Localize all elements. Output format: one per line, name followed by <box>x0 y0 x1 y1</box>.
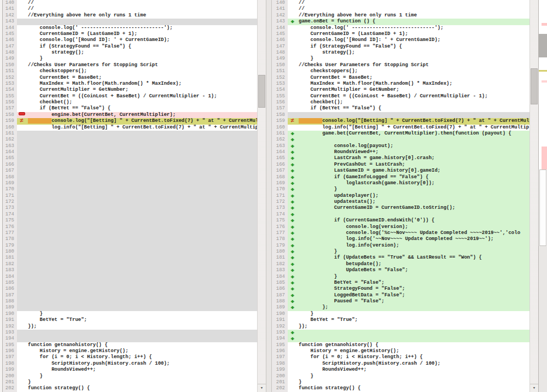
overview-viewport-indicator[interactable] <box>539 169 546 246</box>
code-line-body: CurrentGameID = (LastGameID + 1); <box>288 31 529 37</box>
code-line-body: console.log(' --------------------------… <box>17 25 257 31</box>
code-text: } <box>299 249 337 254</box>
overview-current-diff-mark[interactable] <box>539 34 547 57</box>
line-number: 183 <box>272 267 288 273</box>
code-line: 146 console.log('[Round ID]: ' + Current… <box>3 37 257 43</box>
code-line-body: ScriptHistory.push(History.crash / 100); <box>17 361 257 367</box>
code-line: 164✚ RoundsViewed++; <box>272 149 529 155</box>
line-number: 161 <box>3 131 17 137</box>
code-line-body: ✚ if (UpdateBets == "True" && LastResult… <box>288 255 529 261</box>
code-line-body: RoundsViewed++; <box>17 367 257 373</box>
code-line: 193✚ <box>272 330 529 336</box>
code-line-body <box>17 249 257 255</box>
line-number: 173 <box>272 205 288 211</box>
code-text: //Everything above here only runs 1 time <box>299 13 417 18</box>
code-line: 140// <box>3 0 257 6</box>
code-line-body <box>17 174 257 180</box>
code-line: 199 RoundsViewed++; <box>272 367 529 373</box>
code-text: console.log(' --------------------------… <box>28 25 173 31</box>
line-number: 165 <box>3 155 17 161</box>
code-line: 141// <box>272 6 529 12</box>
code-line: 174✚ <box>272 212 529 218</box>
code-line: 178 <box>3 236 257 242</box>
code-text: log.info(version); <box>299 243 399 248</box>
code-line: 145 CurrentGameID = (LastGameID + 1); <box>3 31 257 37</box>
code-text: CurrentBet = ((CoinLost + BaseBet) / Cur… <box>28 93 217 99</box>
line-number: 199 <box>272 367 288 373</box>
code-line-body <box>17 224 257 230</box>
code-line-body: function getnanohistory() { <box>288 342 529 348</box>
code-line-body <box>17 243 257 249</box>
scrollbar-down-arrow-icon[interactable]: ▾ <box>258 384 266 392</box>
code-line: 169 <box>3 180 257 186</box>
code-line-body: MaxIndex = Math.floor(Math.random() * Ma… <box>288 81 529 87</box>
line-number: 142 <box>272 13 288 19</box>
line-number: 171 <box>272 193 288 199</box>
code-line: 188 <box>3 299 257 305</box>
code-line-body: function strategy() { <box>288 385 529 391</box>
line-number: 178 <box>3 236 17 242</box>
code-text: } <box>28 311 43 317</box>
line-number: 185 <box>272 280 288 286</box>
diff-overview-bar[interactable] <box>538 0 547 392</box>
code-line: 175 <box>3 218 257 224</box>
line-number: 184 <box>272 274 288 280</box>
added-line-plus-icon: ✚ <box>288 274 296 280</box>
code-line-body <box>17 212 257 218</box>
code-line-body <box>288 112 529 118</box>
added-line-plus-icon: ✚ <box>288 205 296 211</box>
changed-indent-highlight <box>28 118 51 124</box>
overview-removed-mark[interactable] <box>542 147 547 169</box>
overview-removed-mark[interactable] <box>542 23 547 26</box>
line-number: 163 <box>3 143 17 149</box>
code-text: checkbet(); <box>28 100 72 105</box>
code-line: 190 } <box>3 311 257 317</box>
code-line-body: function getnanohistory() { <box>17 342 257 348</box>
added-line-plus-icon: ✚ <box>288 19 296 25</box>
scrollbar-thumb[interactable] <box>531 68 538 104</box>
left-pane-scrollbar[interactable]: ▾ <box>257 0 266 392</box>
line-number: 188 <box>3 299 17 305</box>
code-line-body: if (BetYet == "False") { <box>288 106 529 112</box>
code-line: 143 <box>3 19 257 25</box>
line-number: 146 <box>272 37 288 43</box>
code-line-body <box>17 205 257 211</box>
scrollbar-thumb[interactable] <box>258 75 265 108</box>
code-line-body <box>17 261 257 267</box>
code-line-body <box>17 19 257 25</box>
code-line-body: ✚game.onBet = function () { <box>288 19 529 25</box>
diff-pane-right[interactable]: 140//141//142//Everything above here onl… <box>272 0 529 392</box>
changed-line-not-equal-icon: ≠ <box>288 118 296 124</box>
code-line: 192}); <box>3 324 257 330</box>
code-line-body <box>17 299 257 305</box>
code-text: console.log('[Round ID]: ' + CurrentGame… <box>299 37 440 43</box>
code-text: // <box>299 6 305 11</box>
line-number: 143 <box>3 19 17 25</box>
line-number: 197 <box>272 354 288 360</box>
right-pane-scrollbar[interactable]: ▾ <box>529 0 538 392</box>
code-line-body <box>17 280 257 286</box>
diff-pane-left[interactable]: 140//141//142//Everything above here onl… <box>3 0 257 392</box>
code-line: 194✚ <box>272 336 529 342</box>
line-number: 170 <box>272 186 288 192</box>
code-line-body <box>17 162 257 168</box>
line-number: 192 <box>3 324 17 330</box>
line-number: 181 <box>272 255 288 261</box>
code-line: 183✚ UpdateBets = "False"; <box>272 267 529 273</box>
code-line: 165 <box>3 155 257 161</box>
overview-removed-mark[interactable] <box>542 80 547 83</box>
code-text: MaxIndex = Math.floor(Math.random() * Ma… <box>299 81 452 86</box>
code-text: BetYet = "True"; <box>28 317 87 323</box>
line-number: 174 <box>3 212 17 218</box>
code-line: 147 if (StrategyFound == "False") { <box>272 44 529 50</box>
code-line: 168✚ if (GameInfoLogged == "False") { <box>272 174 529 180</box>
code-line-body <box>17 199 257 205</box>
scrollbar-down-arrow-icon[interactable]: ▾ <box>530 384 538 392</box>
line-number: 168 <box>3 174 17 180</box>
code-line: 194 <box>3 336 257 342</box>
code-text: Paused = "False"; <box>299 299 385 304</box>
code-line: 156 checkbet(); <box>3 100 257 106</box>
pane-splitter[interactable] <box>266 0 272 392</box>
code-line-body: ✚ game.bet(CurrentBet, CurrentMultiplier… <box>288 131 529 137</box>
code-line: 174 <box>3 212 257 218</box>
